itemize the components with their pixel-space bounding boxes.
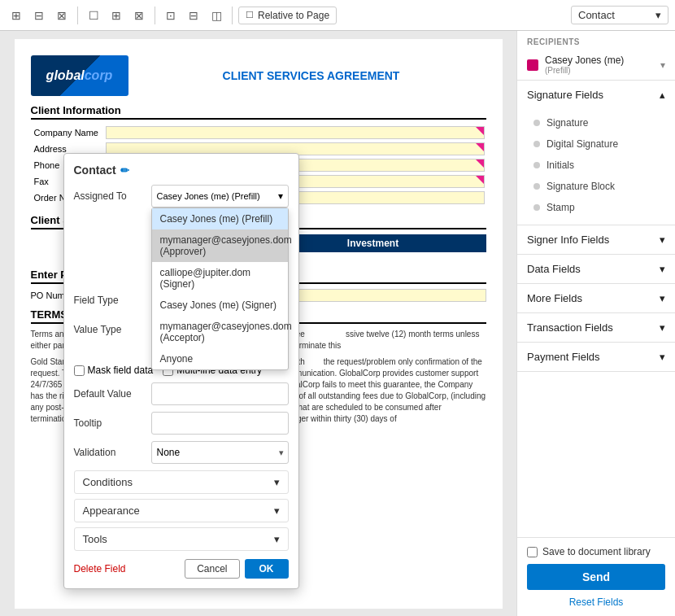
toolbar-icon-6[interactable]: ⊠: [129, 6, 149, 25]
assigned-to-row: Assigned To Casey Jones (me) (Prefill) ▾…: [74, 185, 289, 208]
dropdown-item-casey-prefill[interactable]: Casey Jones (me) (Prefill): [152, 208, 288, 229]
reset-fields-link[interactable]: Reset Fields: [527, 596, 665, 608]
dropdown-item-mymanager-acceptor[interactable]: mymanager@caseyjones.dom (Acceptor): [152, 316, 288, 348]
signature-fields-label: Signature Fields: [527, 89, 603, 101]
section1-heading: Client Information: [31, 104, 486, 120]
doc-content: globalcorp CLIENT SERVICES AGREEMENT Cli…: [15, 39, 503, 609]
doc-scroll[interactable]: globalcorp CLIENT SERVICES AGREEMENT Cli…: [0, 31, 516, 616]
field-item-signature[interactable]: Signature: [527, 112, 665, 133]
signature-fields-section: Signature Fields ▴ Signature Digital Sig…: [517, 81, 675, 225]
company-name-input: [106, 126, 485, 139]
right-panel: RECIPIENTS Casey Jones (me) (Prefill) ▾ …: [516, 31, 675, 616]
mask-checkbox-item: Mask field data: [74, 365, 154, 376]
signature-fields-content: Signature Digital Signature Initials Sig…: [517, 109, 675, 225]
recipient-dot: [527, 59, 538, 71]
field-item-signature-block[interactable]: Signature Block: [527, 176, 665, 197]
appearance-row[interactable]: Appearance ▾: [74, 499, 289, 522]
more-fields-header[interactable]: More Fields ▾: [517, 284, 675, 312]
main-area: globalcorp CLIENT SERVICES AGREEMENT Cli…: [0, 31, 675, 616]
conditions-chevron-icon: ▾: [274, 476, 280, 488]
contact-popup: Contact ✏ Assigned To Casey Jones (me) (…: [63, 153, 299, 589]
conditions-row[interactable]: Conditions ▾: [74, 470, 289, 494]
default-value-row: Default Value: [74, 382, 289, 405]
signer-info-section: Signer Info Fields ▾: [517, 225, 675, 255]
doc-header: globalcorp CLIENT SERVICES AGREEMENT: [31, 55, 486, 96]
toolbar-icon-2[interactable]: ⊟: [29, 6, 49, 25]
payment-fields-chevron-icon: ▾: [660, 351, 665, 363]
assigned-to-chevron-icon: ▾: [278, 190, 283, 202]
assigned-to-label: Assigned To: [74, 190, 151, 202]
toolbar-icon-9[interactable]: ◫: [207, 6, 226, 25]
dropdown-item-calliope-signer[interactable]: calliope@jupiter.dom (Signer): [152, 262, 288, 295]
default-value-input[interactable]: [151, 382, 289, 405]
toolbar-icon-4[interactable]: ☐: [84, 6, 103, 25]
validation-select[interactable]: None Email Number Date: [151, 441, 289, 464]
appearance-label: Appearance: [83, 505, 140, 517]
pink-marker: [476, 127, 484, 135]
mask-label: Mask field data: [88, 365, 154, 376]
delete-field-link[interactable]: Delete Field: [74, 563, 126, 574]
field-dot: [533, 162, 540, 168]
ok-button[interactable]: OK: [245, 559, 289, 579]
toolbar-icon-1[interactable]: ⊞: [7, 6, 26, 25]
field-item-initials[interactable]: Initials: [527, 155, 665, 176]
payment-fields-section: Payment Fields ▾: [517, 343, 675, 372]
recipient-name: Casey Jones (me): [545, 55, 624, 66]
field-dot: [533, 141, 540, 147]
toolbar-icon-7[interactable]: ⊡: [161, 6, 181, 25]
transaction-fields-label: Transaction Fields: [527, 321, 613, 334]
data-fields-label: Data Fields: [527, 263, 581, 275]
transaction-fields-header[interactable]: Transaction Fields ▾: [517, 313, 675, 342]
recipient-sub: (Prefill): [545, 66, 624, 75]
field-dot: [533, 183, 540, 190]
tools-label: Tools: [83, 533, 107, 545]
save-doc-checkbox[interactable]: [527, 547, 538, 557]
contact-dropdown[interactable]: Contact ▾: [571, 6, 668, 24]
company-logo: globalcorp: [31, 55, 128, 96]
payment-fields-header[interactable]: Payment Fields ▾: [517, 343, 675, 371]
send-button[interactable]: Send: [527, 564, 665, 590]
bottom-panel: Save to document library Send Reset Fiel…: [517, 537, 675, 616]
cancel-button[interactable]: Cancel: [185, 559, 239, 579]
popup-footer: Delete Field Cancel OK: [74, 559, 289, 579]
assigned-to-dropdown[interactable]: Casey Jones (me) (Prefill) mymanager@cas…: [151, 208, 289, 370]
tools-chevron-icon: ▾: [274, 533, 280, 545]
dropdown-item-mymanager-approver[interactable]: mymanager@caseyjones.dom (Approver): [152, 229, 288, 262]
field-label: Company Name: [31, 125, 104, 141]
contact-chevron-icon: ▾: [655, 9, 661, 21]
dropdown-item-casey-signer[interactable]: Casey Jones (me) (Signer): [152, 295, 288, 316]
recipients-header: RECIPIENTS: [517, 31, 675, 50]
relative-to-page-btn[interactable]: ☐ Relative to Page: [238, 7, 337, 24]
table-row: Company Name: [31, 125, 486, 141]
more-fields-chevron-icon: ▾: [660, 292, 665, 304]
toolbar-icon-3[interactable]: ⊠: [52, 6, 72, 25]
data-fields-header[interactable]: Data Fields ▾: [517, 255, 675, 283]
assigned-to-select[interactable]: Casey Jones (me) (Prefill) ▾: [151, 185, 289, 208]
field-item-stamp[interactable]: Stamp: [527, 197, 665, 218]
edit-icon[interactable]: ✏: [120, 164, 129, 177]
recipient-row[interactable]: Casey Jones (me) (Prefill) ▾: [517, 50, 675, 80]
appearance-chevron-icon: ▾: [274, 505, 280, 517]
tools-row[interactable]: Tools ▾: [74, 527, 289, 551]
assigned-to-select-wrapper: Casey Jones (me) (Prefill) ▾ Casey Jones…: [151, 185, 289, 208]
toolbar-icon-8[interactable]: ⊟: [184, 6, 203, 25]
conditions-label: Conditions: [83, 476, 133, 488]
default-value-label: Default Value: [74, 388, 151, 400]
pink-marker: [476, 176, 484, 184]
signer-info-header[interactable]: Signer Info Fields ▾: [517, 225, 675, 254]
tooltip-input[interactable]: [151, 412, 289, 435]
popup-footer-btns: Cancel OK: [185, 559, 288, 579]
data-fields-section: Data Fields ▾: [517, 255, 675, 284]
signature-fields-header[interactable]: Signature Fields ▴: [517, 81, 675, 109]
value-type-label: Value Type: [74, 324, 151, 335]
dropdown-item-anyone[interactable]: Anyone: [152, 348, 288, 369]
assigned-to-value: Casey Jones (me) (Prefill): [157, 191, 260, 201]
toolbar-icon-5[interactable]: ⊞: [107, 6, 126, 25]
field-item-digital-signature[interactable]: Digital Signature: [527, 133, 665, 155]
mask-checkbox[interactable]: [74, 365, 85, 376]
recipients-section: RECIPIENTS Casey Jones (me) (Prefill) ▾: [517, 31, 675, 81]
toolbar-sep-2: [155, 7, 155, 24]
validation-select-wrapper: None Email Number Date ▾: [151, 441, 289, 464]
toolbar: ⊞ ⊟ ⊠ ☐ ⊞ ⊠ ⊡ ⊟ ◫ ☐ Relative to Page Con…: [0, 0, 675, 31]
more-fields-label: More Fields: [527, 292, 582, 304]
